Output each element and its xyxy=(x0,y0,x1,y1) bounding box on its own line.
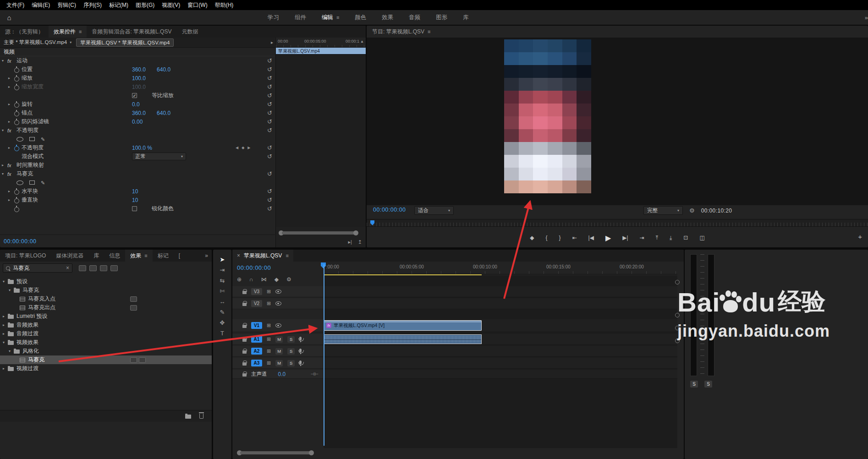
chevron-right-icon[interactable]: ▸ xyxy=(2,163,7,167)
reset-icon[interactable]: ↺ xyxy=(267,100,272,109)
add-marker-button[interactable]: ◆ xyxy=(530,235,534,241)
project-tab-6[interactable]: [ xyxy=(174,250,185,262)
razor-tool-button[interactable]: ✄ xyxy=(213,286,231,296)
lock-icon[interactable] xyxy=(242,291,247,294)
chevron-right-icon[interactable]: ▸ xyxy=(8,189,14,193)
checkbox-unchecked[interactable] xyxy=(132,206,137,211)
chevron-right-icon[interactable]: ▸ xyxy=(8,198,14,202)
settings-wrench-icon[interactable]: ⚙ xyxy=(689,207,695,214)
track-badge-a1[interactable]: A1 xyxy=(251,336,262,343)
timeline-horizontal-scrollbar[interactable] xyxy=(237,450,314,455)
chevron-right-icon[interactable]: ▸ xyxy=(8,102,14,106)
play-clip-audio-icon[interactable]: ▸| xyxy=(348,239,352,245)
meter-solo-button-1[interactable]: S xyxy=(704,381,712,388)
snap-icon[interactable]: ∩ xyxy=(249,276,253,283)
slip-tool-button[interactable]: ↔ xyxy=(213,296,231,307)
lock-icon[interactable] xyxy=(242,325,247,328)
tree-item-6[interactable]: ▸音频过渡 xyxy=(0,329,212,338)
tree-item-2[interactable]: 马赛克入点 xyxy=(0,295,212,303)
search-value[interactable]: 马赛克 xyxy=(13,264,66,272)
timeline-tab[interactable]: × 苹果视频L.QSV ≡ xyxy=(232,250,293,262)
workspace-tab-7[interactable]: 库 xyxy=(455,10,477,25)
effect-controls-tab-2[interactable]: 音频剪辑混合器: 苹果视频L.QSV xyxy=(87,26,176,38)
param-value[interactable]: 100.0 xyxy=(132,84,146,90)
timeline-video-clip[interactable]: fx苹果视频L.QSV.mp4 [V] xyxy=(324,320,482,331)
mini-timeline-ruler[interactable]: 00:0000:00:05:0000:00:1▲ xyxy=(276,38,366,48)
chevron-right-icon[interactable]: ▸ xyxy=(8,120,14,124)
reset-icon[interactable]: ↺ xyxy=(267,187,272,196)
chevron-down-icon[interactable]: ▾ xyxy=(3,279,8,284)
reset-icon[interactable]: ↺ xyxy=(267,152,272,161)
sync-lock-icon[interactable]: ⊞ xyxy=(267,289,271,295)
mini-timeline-scrollbar[interactable] xyxy=(279,230,358,235)
sync-lock-icon[interactable]: ⊞ xyxy=(267,360,271,366)
tree-item-3[interactable]: 马赛克出点 xyxy=(0,303,212,312)
timeline-settings-icon[interactable]: ⚙ xyxy=(286,276,291,283)
scrollbar-handle[interactable] xyxy=(309,450,314,455)
tree-item-8[interactable]: ▾风格化 xyxy=(0,347,212,355)
keyframe-prev-icon[interactable]: ◀ xyxy=(236,146,238,150)
scrollbar-handle[interactable] xyxy=(675,313,680,317)
scrollbar-track[interactable] xyxy=(282,231,355,235)
project-tab-5[interactable]: 标记 xyxy=(153,250,174,262)
ellipse-mask-icon[interactable] xyxy=(16,137,23,142)
param-value[interactable]: 360.0 xyxy=(132,66,146,73)
stopwatch-icon[interactable] xyxy=(14,82,21,91)
stopwatch-icon[interactable] xyxy=(14,187,21,196)
stopwatch-icon[interactable] xyxy=(14,109,21,117)
search-input[interactable]: 马赛克 × xyxy=(3,263,72,273)
lift-button[interactable]: ⤒ xyxy=(656,235,658,241)
solo-button[interactable]: S xyxy=(287,360,295,366)
param-value[interactable]: 10 xyxy=(132,197,138,203)
keyframe-adjust-icon[interactable]: ⊣⊢ xyxy=(311,372,319,377)
nest-insert-icon[interactable]: ⊕ xyxy=(237,276,242,283)
menu-item-4[interactable]: 标记(M) xyxy=(105,0,132,10)
delete-icon[interactable] xyxy=(199,414,203,419)
workspace-tab-4[interactable]: 效果 xyxy=(374,10,401,25)
sync-lock-icon[interactable]: ⊞ xyxy=(267,336,271,342)
sync-lock-icon[interactable]: ⊞ xyxy=(267,348,271,354)
param-value[interactable]: 100.0 xyxy=(132,75,146,82)
scrollbar-track[interactable] xyxy=(240,451,311,454)
workspace-tab-1[interactable]: 组件 xyxy=(287,10,314,25)
program-timecode[interactable]: 00:00:00:00 xyxy=(373,207,406,213)
pen-mask-icon[interactable]: ✎ xyxy=(41,137,45,142)
rect-mask-icon[interactable] xyxy=(29,137,35,141)
pen-tool-button[interactable]: ✎ xyxy=(213,307,231,317)
step-forward-button[interactable]: ▶| xyxy=(622,235,628,241)
reset-icon[interactable]: ↺ xyxy=(267,126,272,135)
step-back-button[interactable]: |◀ xyxy=(588,235,594,241)
new-bin-icon[interactable] xyxy=(185,415,191,419)
add-button[interactable]: + xyxy=(858,233,862,240)
chevron-down-icon[interactable]: ▾ xyxy=(9,288,14,292)
stopwatch-icon[interactable] xyxy=(14,117,21,126)
project-overflow-icon[interactable]: » xyxy=(201,250,212,262)
chevron-right-icon[interactable]: ▸ xyxy=(8,76,14,80)
hand-tool-button[interactable]: ✥ xyxy=(213,317,231,328)
menu-item-1[interactable]: 编辑(E) xyxy=(28,0,54,10)
menu-item-8[interactable]: 帮助(H) xyxy=(211,0,237,10)
project-tab-2[interactable]: 库 xyxy=(88,250,104,262)
chevron-right-icon[interactable]: ▸ xyxy=(8,85,14,89)
close-icon[interactable]: × xyxy=(237,252,240,259)
filter-accelerated-icon[interactable] xyxy=(79,265,86,271)
chevron-right-icon[interactable]: ▸ xyxy=(3,332,8,336)
reset-icon[interactable]: ↺ xyxy=(267,109,272,117)
workspace-tab-0[interactable]: 学习 xyxy=(260,10,287,25)
stopwatch-icon[interactable] xyxy=(14,196,21,204)
param-value[interactable]: 0.00 xyxy=(132,119,143,125)
mic-icon[interactable] xyxy=(299,337,302,340)
scrollbar-handle[interactable] xyxy=(675,326,680,330)
mute-button[interactable]: M xyxy=(275,336,283,343)
mark-in-button[interactable]: { xyxy=(546,235,548,241)
ripple-edit-tool-button[interactable]: ⇆ xyxy=(213,275,231,286)
scrollbar-handle[interactable] xyxy=(353,230,358,235)
timeline-timecode[interactable]: 00:00:00:00 xyxy=(237,264,271,271)
lock-icon[interactable] xyxy=(242,339,247,342)
program-scrubber[interactable] xyxy=(367,219,868,227)
chevron-right-icon[interactable]: ▸ xyxy=(8,146,14,150)
panel-menu-icon[interactable]: ≡ xyxy=(144,253,147,258)
tree-item-1[interactable]: ▾马赛克 xyxy=(0,286,212,295)
param-value[interactable]: 640.0 xyxy=(157,110,170,116)
stopwatch-icon[interactable] xyxy=(14,143,21,152)
